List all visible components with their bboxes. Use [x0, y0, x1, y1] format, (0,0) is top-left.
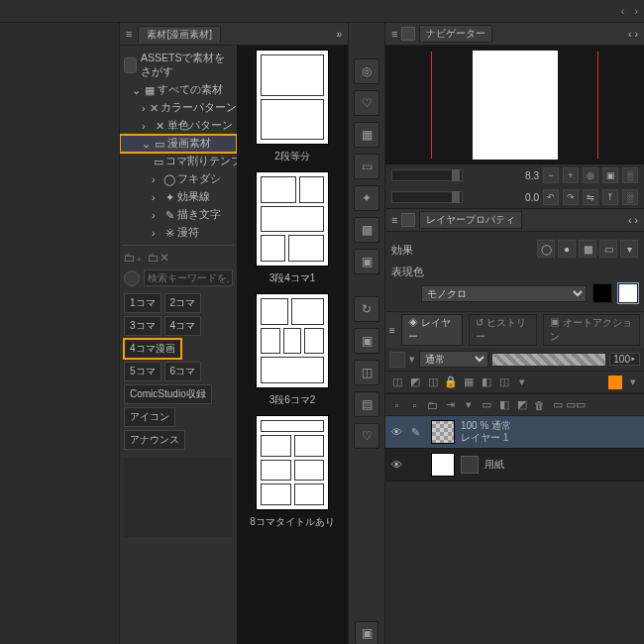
- tree-fukidashi[interactable]: ›◯フキダシ: [120, 170, 237, 188]
- blend-mode-select[interactable]: 通常: [419, 351, 488, 368]
- link-icon[interactable]: ▾: [514, 375, 529, 389]
- tag-icon[interactable]: アイコン: [124, 407, 175, 427]
- thumb-2dan[interactable]: 2段等分: [237, 50, 348, 163]
- chevron-left-icon[interactable]: ‹: [621, 5, 625, 17]
- reset-view-button[interactable]: ░: [622, 189, 638, 205]
- opacity-slider[interactable]: [492, 354, 605, 366]
- zoom-100-button[interactable]: ▣: [602, 167, 618, 183]
- material-tab[interactable]: 素材[漫画素材]: [138, 26, 221, 43]
- expression-color-select[interactable]: モノクロ: [421, 285, 587, 302]
- new-layer-icon[interactable]: ▫: [389, 397, 404, 412]
- tag-1koma[interactable]: 1コマ: [124, 293, 161, 313]
- rail-heart-icon[interactable]: ♡: [354, 90, 379, 116]
- apply-mask-icon[interactable]: ◩: [514, 397, 529, 412]
- two-windows-icon[interactable]: ▭▭: [568, 397, 583, 412]
- effect-pattern-icon[interactable]: ▩: [579, 240, 596, 258]
- draft-layer-icon[interactable]: ◫: [425, 375, 440, 389]
- thumb-3dan6koma2[interactable]: 3段6コマ2: [237, 293, 348, 407]
- zoom-print-button[interactable]: ░: [622, 167, 638, 183]
- rotate-cw-button[interactable]: ↷: [563, 189, 579, 205]
- delete-folder-icon[interactable]: 🗀✕: [148, 251, 169, 265]
- tree-drawn-text[interactable]: ›✎描き文字: [120, 206, 237, 224]
- tree-mono-pattern[interactable]: ›✕単色パターン: [120, 117, 237, 135]
- rail-camera-icon[interactable]: ▣: [354, 328, 379, 354]
- new-layer2-icon[interactable]: ▫: [407, 397, 422, 412]
- effect-layercolor-icon[interactable]: ▭: [599, 240, 617, 258]
- tree-effect-line[interactable]: ›✦効果線: [120, 188, 237, 206]
- layer-palette-icon[interactable]: [389, 352, 405, 368]
- history-tab[interactable]: ↺ ヒストリー: [469, 314, 537, 346]
- chevrons-icon[interactable]: ‹ ›: [628, 28, 638, 40]
- ruler-icon[interactable]: ◫: [496, 375, 511, 389]
- layer-color-icon[interactable]: [608, 376, 622, 389]
- zoom-slider[interactable]: [391, 169, 463, 181]
- delete-layer-icon[interactable]: 🗑: [532, 397, 547, 412]
- tag-3koma[interactable]: 3コマ: [124, 316, 161, 336]
- merge-down-icon[interactable]: ▾: [461, 397, 476, 412]
- effect-border-icon[interactable]: ◯: [537, 240, 555, 258]
- new-folder-icon[interactable]: 🗀: [425, 397, 440, 412]
- panel-menu-icon[interactable]: ≡: [126, 28, 132, 40]
- tree-manga-material[interactable]: ⌄▭漫画素材: [120, 135, 237, 153]
- navigator-tab[interactable]: ナビゲーター: [419, 25, 492, 43]
- pen-icon[interactable]: ✎: [411, 426, 425, 439]
- thumb-8koma-title[interactable]: 8コマタイトルあり: [237, 415, 348, 529]
- effect-more-icon[interactable]: ▾: [620, 240, 638, 258]
- tag-2koma[interactable]: 2コマ: [164, 293, 202, 313]
- clip-mask-icon[interactable]: ◫: [389, 375, 404, 389]
- rotate-slider[interactable]: [391, 191, 463, 203]
- assets-search-link[interactable]: ASSETSで素材をさがす: [120, 50, 237, 81]
- panel-menu-icon[interactable]: ≡: [389, 325, 395, 336]
- flip-h-button[interactable]: ⇋: [583, 189, 598, 205]
- chevron-right-icon[interactable]: »: [336, 29, 342, 40]
- tag-5koma[interactable]: 5コマ: [124, 362, 161, 381]
- flip-v-button[interactable]: ⤒: [602, 189, 618, 205]
- rail-collapse-icon[interactable]: ▣: [355, 621, 378, 644]
- chevron-down-icon[interactable]: ▾: [409, 353, 415, 366]
- panel-menu-icon[interactable]: ≡: [391, 214, 397, 226]
- effect-tone-icon[interactable]: ●: [558, 240, 576, 258]
- rail-loop-icon[interactable]: ↻: [354, 296, 379, 322]
- folder-in-icon[interactable]: ⇥: [443, 397, 458, 412]
- eye-icon[interactable]: 👁: [391, 459, 405, 471]
- tree-color-pattern[interactable]: ›✕カラーパターン: [120, 99, 237, 117]
- rail-grid-icon[interactable]: ▦: [354, 122, 379, 148]
- rail-heart2-icon[interactable]: ♡: [354, 423, 379, 449]
- swatch-black[interactable]: [592, 283, 612, 303]
- rail-layers-icon[interactable]: ▣: [354, 249, 379, 274]
- add-mask-icon[interactable]: ◧: [496, 397, 511, 412]
- chevron-down-icon[interactable]: ▾: [625, 375, 640, 389]
- rail-quicksearch-icon[interactable]: ◎: [354, 58, 379, 84]
- swatch-white[interactable]: [618, 283, 638, 303]
- chevrons-icon[interactable]: ‹ ›: [628, 214, 638, 226]
- layer-row-paper[interactable]: 👁 用紙: [385, 449, 644, 482]
- search-icon[interactable]: [124, 270, 140, 286]
- tag-6koma[interactable]: 6コマ: [164, 362, 202, 381]
- tree-koma-template[interactable]: ▭コマ割りテンプ: [120, 153, 237, 170]
- rotate-ccw-button[interactable]: ↶: [543, 189, 559, 205]
- zoom-out-button[interactable]: −: [543, 167, 559, 183]
- chevron-right-icon[interactable]: ›: [634, 5, 638, 17]
- new-folder-icon[interactable]: 🗀₊: [124, 251, 142, 265]
- tag-announce[interactable]: アナウンス: [124, 430, 185, 450]
- tree-manpu[interactable]: ›※漫符: [120, 224, 237, 242]
- autoaction-tab[interactable]: ▣ オートアクション: [543, 314, 640, 346]
- layer-property-tab[interactable]: レイヤープロパティ: [419, 211, 522, 229]
- navigator-canvas[interactable]: [385, 46, 644, 164]
- tree-all-materials[interactable]: ⌄▦すべての素材: [120, 81, 237, 99]
- ref-layer-icon[interactable]: ◩: [407, 375, 422, 389]
- opacity-value[interactable]: 100‣: [609, 353, 640, 366]
- rail-sparkle-icon[interactable]: ✦: [354, 185, 379, 211]
- panel-menu-icon[interactable]: ≡: [391, 28, 397, 40]
- combine-icon[interactable]: ▭: [479, 397, 493, 412]
- rail-tone-icon[interactable]: ▩: [354, 217, 379, 243]
- layers-tab[interactable]: ◈ レイヤー: [401, 314, 463, 346]
- layer-row-1[interactable]: 👁 ✎ 100 % 通常レイヤー 1: [385, 416, 644, 449]
- zoom-in-button[interactable]: +: [563, 167, 579, 183]
- material-search-input[interactable]: [144, 269, 233, 286]
- mask-icon[interactable]: ◧: [479, 375, 493, 389]
- tag-4koma-manga[interactable]: 4コマ漫画: [124, 339, 181, 359]
- tag-comicstudio[interactable]: ComicStudio収録: [124, 384, 212, 404]
- tag-4koma[interactable]: 4コマ: [164, 316, 202, 336]
- lock-icon[interactable]: 🔒: [443, 375, 458, 389]
